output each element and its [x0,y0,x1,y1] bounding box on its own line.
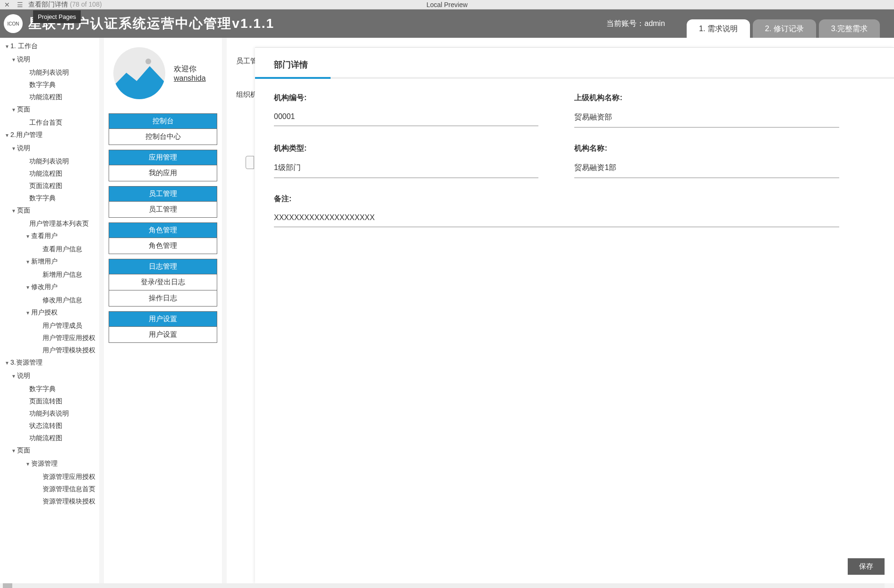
tree-node[interactable]: ▼页面 [0,103,99,116]
label-parent-name: 上级机构名称: [574,93,839,103]
horizontal-scrollbar[interactable] [3,583,885,588]
current-account: 当前账号：admin [606,19,665,29]
menu-item[interactable]: 我的应用 [109,165,217,181]
tooltip-project-pages: Project Pages [33,10,81,23]
tree-node[interactable]: 资源管理应用授权 [0,470,99,483]
tree-node[interactable]: ▼说明 [0,53,99,66]
app-icon: ICON [4,14,23,33]
menu-group: 员工管理员工管理 [109,186,217,218]
tree-node[interactable]: ▼查看用户 [0,230,99,243]
side-menu-column: 欢迎你 wanshida 控制台控制台中心应用管理我的应用员工管理员工管理角色管… [104,38,222,583]
menu-item[interactable]: 操作日志 [109,290,217,306]
menu-group-head[interactable]: 员工管理 [109,187,217,201]
menu-item[interactable]: 登录/登出日志 [109,274,217,290]
background-tabs: 员工管 组织机 [236,57,257,124]
project-tree[interactable]: ▼1. 工作台▼说明功能列表说明数字字典功能流程图▼页面工作台首页▼2.用户管理… [0,38,99,583]
tree-node[interactable]: 功能流程图 [0,91,99,103]
tree-node[interactable]: ▼资源管理 [0,457,99,470]
menu-item[interactable]: 员工管理 [109,201,217,217]
tree-node[interactable]: ▼新增用户 [0,255,99,268]
menu-item[interactable]: 角色管理 [109,238,217,254]
username-link[interactable]: wanshida [174,74,206,83]
menu-group-head[interactable]: 角色管理 [109,223,217,238]
value-org-type[interactable]: 1级部门 [274,163,538,178]
banner-tabs: 1. 需求说明 2. 修订记录 3.完整需求 [684,9,880,38]
label-org-type: 机构类型: [274,144,538,153]
workspace: ▼1. 工作台▼说明功能列表说明数字字典功能流程图▼页面工作台首页▼2.用户管理… [0,38,894,583]
tree-node[interactable]: 新增用户信息 [0,268,99,281]
tree-node[interactable]: 功能流程图 [0,167,99,179]
tree-node[interactable]: ▼修改用户 [0,281,99,294]
tree-node[interactable]: 工作台首页 [0,116,99,128]
tree-node[interactable]: 查看用户信息 [0,243,99,255]
menu-item[interactable]: 控制台中心 [109,128,217,145]
tree-node[interactable]: 页面流程图 [0,179,99,192]
tree-node[interactable]: ▼页面 [0,204,99,217]
hamburger-icon[interactable]: ☰ [14,1,26,9]
tree-node[interactable]: 用户管理基本列表页 [0,217,99,230]
tree-node[interactable]: ▼3.资源管理 [0,356,99,369]
tree-node[interactable]: ▼1. 工作台 [0,40,99,53]
breadcrumb: 查看部门详情 (78 of 108) [26,0,105,9]
menu-group-head[interactable]: 控制台 [109,114,217,128]
panel-title: 部门详情 [255,48,894,77]
value-remark[interactable]: XXXXXXXXXXXXXXXXXXXX [274,213,839,227]
tab-revisions[interactable]: 2. 修订记录 [753,19,816,38]
tree-node[interactable]: 状态流转图 [0,419,99,432]
tree-node[interactable]: 功能列表说明 [0,66,99,78]
avatar-block: 欢迎你 wanshida [109,47,217,99]
tree-node[interactable]: 数字字典 [0,383,99,395]
tree-node[interactable]: ▼2.用户管理 [0,128,99,142]
menu-group-head[interactable]: 应用管理 [109,150,217,165]
tab-requirements[interactable]: 1. 需求说明 [687,19,750,38]
preview-label: Local Preview [426,1,468,9]
tree-node[interactable]: ▼用户授权 [0,306,99,319]
tree-node[interactable]: ▼说明 [0,142,99,155]
canvas: 员工管 组织机 部门详情 机构编号: 00001 上级机构名称: 贸易融资部 [227,38,894,583]
label-org-name: 机构名称: [574,144,839,153]
tree-node[interactable]: 用户管理模块授权 [0,344,99,356]
label-org-no: 机构编号: [274,93,538,103]
bg-tab-2: 组织机 [236,90,257,99]
bg-tab-1: 员工管 [236,57,257,66]
tree-node[interactable]: 功能流程图 [0,432,99,444]
menu-group: 角色管理角色管理 [109,222,217,254]
tree-node[interactable]: 数字字典 [0,78,99,91]
detail-panel: 部门详情 机构编号: 00001 上级机构名称: 贸易融资部 机构类型: [255,47,894,583]
tab-full-requirements[interactable]: 3.完整需求 [819,19,880,38]
tree-node[interactable]: 功能列表说明 [0,407,99,419]
welcome-text: 欢迎你 [174,64,206,74]
top-strip: ✕ ☰ 查看部门详情 (78 of 108) Local Preview [0,0,894,9]
close-icon[interactable]: ✕ [0,1,14,9]
banner: ICON 星联-用户认证系统运营中心管理v1.1.1 当前账号：admin 1.… [0,9,894,38]
tree-node[interactable]: ▼页面 [0,444,99,457]
value-org-no[interactable]: 00001 [274,112,538,126]
tree-node[interactable]: 功能列表说明 [0,155,99,167]
tree-node[interactable]: 页面流转图 [0,395,99,407]
menu-group: 控制台控制台中心 [109,113,217,145]
partial-button[interactable] [246,156,254,169]
menu-group-head[interactable]: 日志管理 [109,259,217,274]
breadcrumb-count: (78 of 108) [70,0,102,8]
avatar-icon [113,47,165,99]
breadcrumb-title: 查看部门详情 [28,0,68,8]
menu-group: 日志管理登录/登出日志操作日志 [109,259,217,307]
label-remark: 备注: [274,194,839,204]
menu-group-head[interactable]: 用户设置 [109,312,217,326]
menu-group: 应用管理我的应用 [109,150,217,181]
tree-node[interactable]: 用户管理成员 [0,319,99,332]
menu-group: 用户设置用户设置 [109,311,217,343]
tree-node[interactable]: 修改用户信息 [0,294,99,306]
save-button[interactable]: 保存 [848,558,885,575]
panel-tab-indicator [255,77,894,79]
tree-node[interactable]: ▼说明 [0,369,99,383]
tree-node[interactable]: 资源管理模块授权 [0,495,99,507]
tree-node[interactable]: 数字字典 [0,192,99,204]
value-org-name[interactable]: 贸易融资1部 [574,163,839,178]
tree-node[interactable]: 资源管理信息首页 [0,483,99,495]
tree-node[interactable]: 用户管理应用授权 [0,332,99,344]
menu-item[interactable]: 用户设置 [109,326,217,342]
value-parent-name[interactable]: 贸易融资部 [574,112,839,128]
